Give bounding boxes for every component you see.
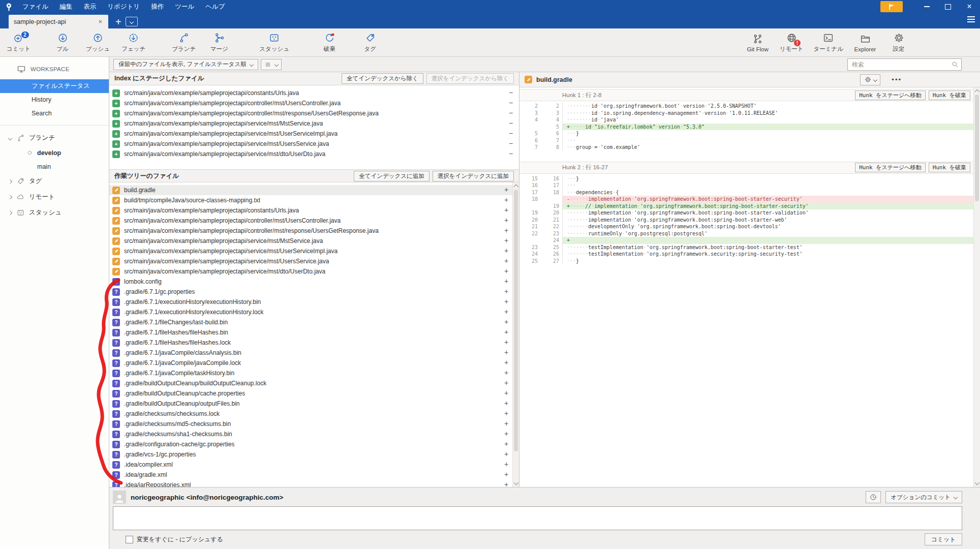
commit-message-input[interactable] — [113, 506, 962, 530]
view-options-button[interactable] — [261, 59, 282, 70]
menubar-item-2[interactable]: 表示 — [78, 3, 102, 10]
maximize-button[interactable] — [937, 0, 959, 13]
stage-selected-button[interactable]: 選択をインデックスに追加 — [433, 171, 514, 181]
worktree-scrollbar[interactable] — [512, 182, 519, 487]
sidebar-section-tags[interactable]: タグ — [0, 173, 109, 189]
sidebar-item-history[interactable]: History — [0, 93, 109, 107]
worktree-file-row[interactable]: ?.gradle/buildOutputCleanup/cache.proper… — [109, 388, 519, 399]
menubar-item-6[interactable]: ヘルプ — [200, 3, 230, 10]
diff-line[interactable]: 2426·······testImplementation·'org.sprin… — [519, 251, 973, 258]
diff-line[interactable]: 24+ — [519, 237, 973, 244]
worktree-file-row[interactable]: src/main/java/com/example/sampleprojecta… — [109, 256, 519, 266]
diff-line[interactable]: 2122·······developmentOnly·'org.springfr… — [519, 223, 973, 230]
menubar-item-5[interactable]: ツール — [169, 3, 200, 10]
new-tab-button[interactable]: + — [113, 17, 124, 27]
tab-close-icon[interactable]: × — [97, 18, 103, 25]
toolbar-stash-button[interactable]: スタッシュ — [257, 31, 292, 54]
repo-tab[interactable]: sample-project-api × — [9, 15, 108, 28]
search-input[interactable] — [847, 58, 962, 71]
stage-file-button[interactable]: + — [502, 348, 510, 358]
stage-file-button[interactable]: + — [502, 449, 510, 460]
diff-line[interactable]: 33········id·'io.spring.dependency-manag… — [519, 110, 973, 117]
stage-file-button[interactable]: + — [502, 399, 510, 409]
worktree-file-row[interactable]: src/main/java/com/example/sampleprojecta… — [109, 266, 519, 277]
staged-file-row[interactable]: +src/main/java/com/example/sampleproject… — [109, 88, 519, 98]
toolbar-gitflow-button[interactable]: Git Flow — [744, 32, 772, 53]
toolbar-commit-button[interactable]: 2コミット — [4, 31, 33, 54]
sidebar-item-search[interactable]: Search — [0, 107, 109, 120]
worktree-file-row[interactable]: ?.gradle/checksums/checksums.lock+ — [109, 409, 519, 419]
worktree-file-row[interactable]: src/main/java/com/example/sampleprojecta… — [109, 236, 519, 246]
worktree-file-row[interactable]: ?.gradle/6.7.1/executionHistory/executio… — [109, 307, 519, 317]
commit-options-button[interactable]: オプションのコミット — [885, 491, 962, 503]
unstage-file-button[interactable]: − — [507, 88, 515, 98]
stage-file-button[interactable]: + — [502, 419, 510, 429]
stage-all-button[interactable]: 全てインデックスに追加 — [354, 171, 430, 181]
worktree-file-row[interactable]: ?.idea/gradle.xml+ — [109, 470, 519, 480]
toolbar-tag-button[interactable]: タグ — [356, 31, 384, 54]
feedback-flag-button[interactable] — [880, 1, 903, 12]
toolbar-branch-button[interactable]: ブランチ — [169, 31, 198, 54]
unstage-file-button[interactable]: − — [507, 108, 515, 118]
stage-file-button[interactable]: + — [502, 216, 510, 226]
worktree-file-row[interactable]: ?.gradle/vcs-1/gc.properties+ — [109, 449, 519, 460]
worktree-file-row[interactable]: ?.gradle/6.7.1/executionHistory/executio… — [109, 297, 519, 307]
diff-line[interactable]: 1617··· — [519, 182, 973, 189]
tab-dropdown-button[interactable] — [126, 17, 138, 26]
stage-file-button[interactable]: + — [502, 358, 510, 368]
stage-file-button[interactable]: + — [502, 439, 510, 449]
worktree-file-row[interactable]: ?.gradle/buildOutputCleanup/outputFiles.… — [109, 399, 519, 409]
hunk-discard-button[interactable]: Hunk を破棄 — [929, 163, 970, 172]
stage-file-button[interactable]: + — [502, 470, 510, 480]
diff-line[interactable]: 1516···} — [519, 175, 973, 182]
worktree-file-row[interactable]: ?.gradle/checksums/md5-checksums.bin+ — [109, 419, 519, 429]
diff-scrollbar[interactable] — [973, 87, 980, 487]
stage-file-button[interactable]: + — [502, 287, 510, 297]
diff-line[interactable]: 67··· — [519, 137, 973, 144]
sidebar-branch-develop[interactable]: develop — [0, 146, 109, 160]
stage-file-button[interactable]: + — [502, 338, 510, 348]
hunk-stage-button[interactable]: Hunk をステージへ移動 — [855, 163, 925, 172]
scroll-down-icon[interactable] — [975, 480, 980, 485]
diff-line[interactable]: 19+·····//·implementation·'org.springfra… — [519, 203, 973, 210]
diff-options-button[interactable] — [860, 74, 880, 85]
worktree-file-row[interactable]: src/main/java/com/example/sampleprojecta… — [109, 205, 519, 216]
unstage-all-button[interactable]: 全てインデックスから除く — [342, 73, 423, 84]
diff-line[interactable]: 18-······implementation·'org.springframe… — [519, 196, 973, 203]
stage-file-button[interactable]: + — [502, 297, 510, 307]
hunk-discard-button[interactable]: Hunk を破棄 — [929, 90, 970, 100]
stage-file-button[interactable]: + — [502, 480, 510, 487]
staged-file-row[interactable]: +src/main/java/com/example/sampleproject… — [109, 149, 519, 159]
worktree-file-row[interactable]: ?.gradle/checksums/sha1-checksums.bin+ — [109, 429, 519, 439]
diff-line[interactable]: 5+·····id·"io.freefair.lombok"·version·"… — [519, 124, 973, 131]
scroll-up-icon[interactable] — [514, 185, 519, 190]
toolbar-terminal-button[interactable]: ターミナル — [811, 31, 846, 54]
stage-file-button[interactable]: + — [502, 409, 510, 419]
push-immediately-checkbox[interactable] — [126, 536, 133, 543]
toolbar-settings-button[interactable]: 設定 — [884, 31, 913, 54]
stage-file-button[interactable]: + — [502, 256, 510, 266]
toolbar-push-button[interactable]: プッシュ — [83, 31, 112, 54]
toolbar-merge-button[interactable]: マージ — [205, 31, 233, 54]
worktree-file-row[interactable]: ?.idea/jarRepositories.xml+ — [109, 480, 519, 487]
scroll-up-icon[interactable] — [975, 89, 980, 95]
sidebar-section-stashes[interactable]: スタッシュ — [0, 205, 109, 221]
stage-file-button[interactable]: + — [502, 266, 510, 277]
diff-line[interactable]: 56···} — [519, 130, 973, 137]
stage-file-button[interactable]: + — [502, 205, 510, 216]
worktree-file-row[interactable]: src/main/java/com/example/sampleprojecta… — [109, 216, 519, 226]
minimize-button[interactable] — [916, 0, 937, 13]
worktree-file-row[interactable]: ?.gradle/6.7.1/fileChanges/last-build.bi… — [109, 317, 519, 327]
diff-line[interactable]: 44········id·'java' — [519, 116, 973, 124]
stage-file-button[interactable]: + — [502, 185, 510, 195]
worktree-file-row[interactable]: src/main/java/com/example/sampleprojecta… — [109, 246, 519, 256]
unstage-selected-button[interactable]: 選択をインデックスから除く — [426, 73, 514, 84]
hunk-stage-button[interactable]: Hunk をステージへ移動 — [855, 90, 925, 100]
diff-line[interactable]: 1718···dependencies·{ — [519, 189, 973, 196]
stage-file-button[interactable]: + — [502, 429, 510, 439]
commit-button[interactable]: コミット — [925, 533, 962, 545]
toolbar-fetch-button[interactable]: フェッチ — [119, 31, 148, 54]
scrollbar-thumb[interactable] — [514, 190, 518, 451]
worktree-file-row[interactable]: ?.gradle/6.7.1/gc.properties+ — [109, 287, 519, 297]
worktree-file-row[interactable]: ?lombok.config+ — [109, 277, 519, 287]
